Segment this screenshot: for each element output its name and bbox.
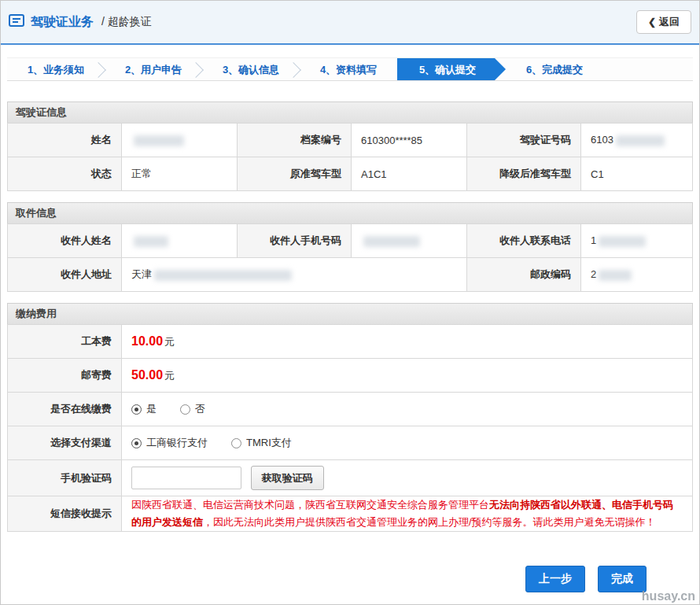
fees-section: 缴纳费用 工本费 10.00元 邮寄费 50.00元 是否在线缴费 [7, 303, 693, 532]
table-row: 选择支付渠道 工商银行支付 TMRI支付 [8, 426, 693, 460]
header-bar: 驾驶证业务 / 超龄换证 ❮ 返回 [1, 1, 699, 45]
footer-actions: 上一步 完成 [525, 566, 647, 592]
license-no-prefix: 6103 [591, 134, 613, 146]
radio-unchecked-icon[interactable] [231, 438, 241, 448]
address-label: 收件人地址 [8, 258, 122, 292]
online-pay-label: 是否在线缴费 [8, 393, 122, 426]
address-prefix: 天津 [131, 268, 152, 280]
notice-part-1: 因陕西省联通、电信运营商技术问题，陕西省互联网交通安全综合服务管理平台 [131, 499, 489, 511]
pickup-info-section: 取件信息 收件人姓名 收件人手机号码 收件人联系电话 1 收件人地址 天津 邮政… [7, 202, 693, 292]
step-5-confirm-submit-active: 5、确认提交 [397, 58, 506, 80]
recipient-phone-label: 收件人联系电话 [467, 224, 581, 258]
page: 驾驶证业务 / 超龄换证 ❮ 返回 1、业务须知 2、用户申告 3、确认信息 4… [0, 0, 700, 605]
work-fee-amount: 10.00 [131, 334, 163, 348]
license-no-value: 6103 [581, 124, 693, 157]
work-fee-value: 10.00元 [122, 325, 693, 359]
get-code-button[interactable]: 获取验证码 [251, 466, 324, 490]
work-fee-label: 工本费 [8, 325, 122, 359]
redacted-license-no [616, 135, 665, 146]
back-chevron-icon: ❮ [648, 17, 656, 28]
pay-channel-tmri-option[interactable]: TMRI支付 [231, 436, 292, 450]
step-wizard: 1、业务须知 2、用户申告 3、确认信息 4、资料填写 5、确认提交 6、完成提… [7, 57, 693, 81]
orig-class-label: 原准驾车型 [238, 157, 352, 191]
online-pay-yes-option[interactable]: 是 [131, 402, 157, 416]
file-no-label: 档案编号 [238, 124, 352, 157]
recipient-phone-prefix: 1 [591, 234, 596, 246]
fees-header: 缴纳费用 [7, 303, 693, 324]
step-4-fill-data: 4、资料填写 [300, 58, 397, 80]
table-row: 是否在线缴费 是 否 [8, 393, 693, 426]
redacted-recipient-mobile [363, 236, 420, 247]
postcode-value: 2 [581, 258, 693, 292]
table-row: 收件人姓名 收件人手机号码 收件人联系电话 1 [8, 224, 693, 258]
post-fee-unit: 元 [164, 370, 175, 382]
name-label: 姓名 [8, 124, 122, 157]
postcode-label: 邮政编码 [467, 258, 581, 292]
online-pay-no-option[interactable]: 否 [180, 402, 205, 416]
recipient-name-value [122, 224, 238, 258]
down-class-label: 降级后准驾车型 [467, 157, 581, 191]
table-row: 工本费 10.00元 [8, 325, 693, 359]
sms-notice-text: 因陕西省联通、电信运营商技术问题，陕西省互联网交通安全综合服务管理平台无法向持陕… [131, 499, 673, 528]
license-info-table: 姓名 档案编号 610300****85 驾驶证号码 6103 状态 正常 原准… [7, 123, 693, 191]
status-value: 正常 [122, 157, 238, 191]
radio-checked-icon[interactable] [131, 438, 142, 448]
table-row: 状态 正常 原准驾车型 A1C1 降级后准驾车型 C1 [8, 157, 693, 191]
watermark: husay.cn [642, 589, 695, 603]
table-row: 收件人地址 天津 邮政编码 2 [8, 258, 693, 292]
back-button[interactable]: ❮ 返回 [636, 10, 691, 34]
work-fee-unit: 元 [164, 336, 175, 348]
redacted-name [134, 135, 184, 146]
step-1-business-notice: 1、业务须知 [7, 58, 105, 80]
table-row: 邮寄费 50.00元 [8, 359, 693, 393]
finish-button[interactable]: 完成 [598, 566, 647, 592]
license-business-icon [9, 14, 24, 30]
sms-notice-label: 短信接收提示 [8, 496, 122, 532]
back-button-label: 返回 [659, 15, 680, 29]
online-pay-no-label: 否 [195, 402, 205, 416]
down-class-value: C1 [581, 157, 693, 191]
notice-part-3: ，因此无法向此类用户提供陕西省交通管理业务的网上办理/预约等服务。请此类用户避免… [203, 516, 656, 528]
post-fee-amount: 50.00 [131, 368, 163, 382]
fees-table: 工本费 10.00元 邮寄费 50.00元 是否在线缴费 是 [7, 324, 693, 532]
sms-code-label: 手机验证码 [8, 460, 122, 496]
page-subtitle: / 超龄换证 [101, 15, 152, 29]
table-row: 短信接收提示 因陕西省联通、电信运营商技术问题，陕西省互联网交通安全综合服务管理… [8, 496, 693, 532]
recipient-mobile-label: 收件人手机号码 [238, 224, 352, 258]
file-no-value: 610300****85 [352, 124, 467, 157]
page-title: 驾驶证业务 [31, 14, 94, 31]
pay-channel-icbc-option[interactable]: 工商银行支付 [131, 436, 208, 450]
radio-checked-icon[interactable] [131, 404, 142, 415]
name-value [122, 124, 238, 157]
redacted-recipient-phone [599, 236, 646, 247]
redacted-recipient-name [134, 236, 168, 247]
orig-class-value: A1C1 [352, 157, 467, 191]
step-3-confirm-info: 3、确认信息 [202, 58, 300, 80]
pay-channel-label: 选择支付渠道 [8, 426, 122, 460]
online-pay-yes-label: 是 [146, 402, 157, 416]
redacted-postcode [599, 270, 632, 281]
status-label: 状态 [8, 157, 122, 191]
pay-channel-options: 工商银行支付 TMRI支付 [122, 426, 693, 460]
radio-unchecked-icon[interactable] [180, 404, 190, 415]
sms-code-input[interactable] [131, 467, 241, 489]
redacted-address [154, 270, 292, 281]
pay-channel-tmri-label: TMRI支付 [246, 436, 292, 450]
pickup-info-table: 收件人姓名 收件人手机号码 收件人联系电话 1 收件人地址 天津 邮政编码 2 [7, 223, 693, 292]
recipient-name-label: 收件人姓名 [8, 224, 122, 258]
table-row: 手机验证码 获取验证码 [8, 460, 693, 496]
postcode-prefix: 2 [591, 268, 596, 280]
recipient-mobile-value [352, 224, 467, 258]
pay-channel-icbc-label: 工商银行支付 [146, 436, 208, 450]
sms-notice-cell: 因陕西省联通、电信运营商技术问题，陕西省互联网交通安全综合服务管理平台无法向持陕… [122, 496, 693, 532]
recipient-phone-value: 1 [581, 224, 693, 258]
pickup-info-header: 取件信息 [7, 202, 693, 223]
license-info-section: 驾驶证信息 姓名 档案编号 610300****85 驾驶证号码 6103 状态… [7, 101, 693, 191]
post-fee-value: 50.00元 [122, 359, 693, 393]
online-pay-options: 是 否 [122, 393, 693, 426]
title-area: 驾驶证业务 / 超龄换证 [9, 14, 152, 31]
sms-code-cell: 获取验证码 [122, 460, 693, 496]
post-fee-label: 邮寄费 [8, 359, 122, 393]
previous-step-button[interactable]: 上一步 [525, 566, 585, 592]
license-info-header: 驾驶证信息 [7, 101, 693, 123]
